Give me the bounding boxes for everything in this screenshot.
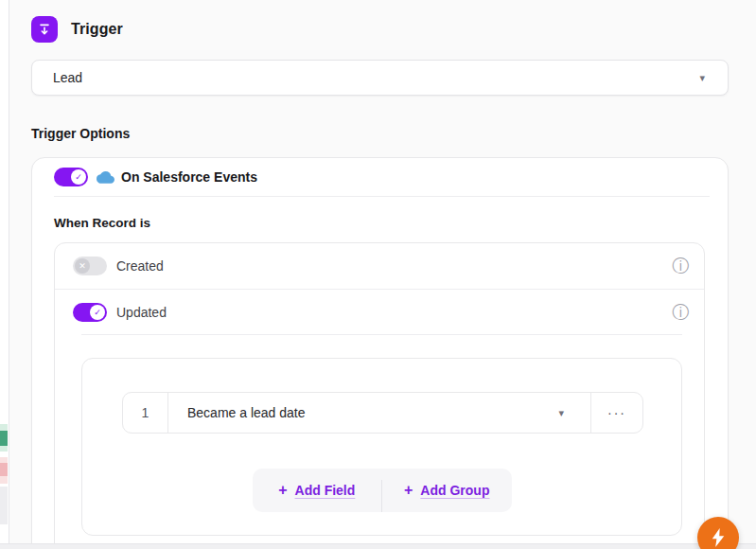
object-select[interactable]: Lead ▾ xyxy=(31,60,729,96)
toggle-check-icon: ✓ xyxy=(90,305,105,320)
created-toggle[interactable]: ✕ xyxy=(73,257,107,275)
trigger-config-panel: Trigger Lead ▾ Trigger Options ✓ On Sale… xyxy=(0,0,756,549)
left-edge-fragment-pink-inner xyxy=(0,463,8,476)
when-record-is-label: When Record is xyxy=(54,216,728,230)
info-icon[interactable]: ⓘ xyxy=(672,304,689,321)
condition-number: 1 xyxy=(123,393,168,433)
left-edge-fragment-pink xyxy=(0,457,8,484)
salesforce-events-card: ✓ On Salesforce Events When Record is ✕ … xyxy=(31,157,729,549)
when-record-card: ✕ Created ⓘ ✓ Updated ⓘ 1 xyxy=(54,242,705,549)
add-field-label: Add Field xyxy=(295,483,356,498)
field-filter-box: 1 Became a lead date ▾ ··· + Add Field xyxy=(81,358,682,536)
page-title: Trigger xyxy=(71,21,123,38)
trigger-options-title: Trigger Options xyxy=(31,126,729,141)
divider xyxy=(81,334,682,335)
toggle-x-icon: ✕ xyxy=(75,258,90,274)
filter-condition-row: 1 Became a lead date ▾ ··· xyxy=(122,392,643,434)
trigger-header: Trigger xyxy=(31,16,729,43)
object-select-value: Lead xyxy=(53,70,82,85)
left-edge-fragment-green xyxy=(0,424,8,452)
trigger-download-icon xyxy=(31,16,58,43)
salesforce-cloud-icon xyxy=(97,169,114,185)
plus-icon: + xyxy=(278,482,287,499)
created-row: ✕ Created ⓘ xyxy=(55,243,704,289)
add-actions-bar: + Add Field + Add Group xyxy=(253,469,512,512)
updated-row: ✓ Updated ⓘ xyxy=(55,289,704,334)
salesforce-events-row: ✓ On Salesforce Events xyxy=(32,158,728,196)
chevron-down-icon: ▾ xyxy=(699,73,705,83)
toggle-check-icon: ✓ xyxy=(71,169,86,185)
salesforce-events-toggle[interactable]: ✓ xyxy=(54,168,88,186)
more-options-button[interactable]: ··· xyxy=(591,393,642,433)
updated-toggle[interactable]: ✓ xyxy=(73,303,107,322)
field-select-value: Became a lead date xyxy=(187,405,306,420)
bottom-page-gap xyxy=(0,543,756,549)
salesforce-events-label: On Salesforce Events xyxy=(121,169,257,185)
left-edge-fragment-gray xyxy=(0,487,8,524)
updated-label: Updated xyxy=(116,305,167,320)
trigger-content: Trigger Lead ▾ Trigger Options ✓ On Sale… xyxy=(31,0,729,549)
add-group-button[interactable]: + Add Group xyxy=(382,469,512,512)
info-icon[interactable]: ⓘ xyxy=(672,257,689,274)
plus-icon: + xyxy=(404,482,413,499)
add-group-label: Add Group xyxy=(420,483,489,498)
created-label: Created xyxy=(116,258,164,274)
add-field-button[interactable]: + Add Field xyxy=(253,469,382,512)
left-edge-fragment-green-inner xyxy=(0,431,8,446)
field-select[interactable]: Became a lead date ▾ xyxy=(168,393,591,433)
divider xyxy=(54,196,710,197)
chevron-down-icon: ▾ xyxy=(558,408,564,418)
left-cutoff-strip xyxy=(0,0,9,549)
lightning-icon xyxy=(709,527,728,548)
lightning-fab-button[interactable] xyxy=(697,517,739,549)
